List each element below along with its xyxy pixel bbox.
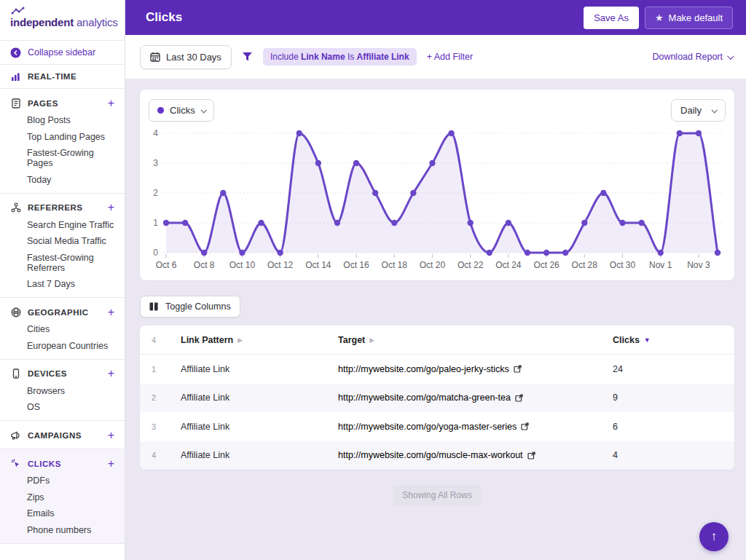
section-label: PAGES [28,99,101,108]
sidebar: independent analytics Collapse sidebar R… [0,0,125,560]
svg-text:Oct 16: Oct 16 [343,260,369,270]
make-default-button[interactable]: ★ Make default [645,7,733,29]
brand-name-bold: independent [10,16,74,28]
sidebar-item[interactable]: Cities [27,324,114,334]
chevron-down-icon [727,52,734,60]
metric-dot-icon [157,107,164,114]
section-header[interactable]: DEVICES + [10,368,114,379]
showing-all-rows-button[interactable]: Showing All Rows [393,485,480,505]
sidebar-item[interactable]: European Countries [27,341,114,351]
column-header-link-pattern[interactable]: Link Pattern ▶ [181,335,338,345]
sidebar-item[interactable]: Fastest-Growing Referrers [27,253,114,273]
download-report-button[interactable]: Download Report [652,52,732,62]
section-items: CitiesEuropean Countries [27,324,114,351]
row-rank: 4 [152,451,181,460]
svg-text:Oct 18: Oct 18 [382,260,408,270]
sidebar-item[interactable]: Browsers [27,386,114,396]
row-target-link[interactable]: http://mywebsite.com/go/yoga-master-seri… [338,422,613,432]
add-report-icon[interactable]: + [108,307,114,318]
sidebar-item[interactable]: Phone numbers [27,525,114,535]
row-target-link[interactable]: http://mywebsite.com/go/matcha-green-tea [338,393,613,403]
collapse-sidebar-button[interactable]: Collapse sidebar [0,41,125,65]
svg-text:1: 1 [153,218,158,228]
target-url: http://mywebsite.com/go/paleo-jerky-stic… [338,364,509,374]
save-as-button[interactable]: Save As [584,7,639,29]
row-target-link[interactable]: http://mywebsite.com/go/muscle-max-worko… [338,450,613,460]
sidebar-section-geographic: GEOGRAPHIC + CitiesEuropean Countries [0,298,125,360]
collapse-circle-icon [10,47,21,58]
filter-funnel-icon[interactable] [242,52,253,62]
page-title: Clicks [146,10,584,25]
sidebar-item[interactable]: Blog Posts [27,115,114,125]
svg-text:Oct 30: Oct 30 [610,260,636,270]
row-target-link[interactable]: http://mywebsite.com/go/paleo-jerky-stic… [338,364,613,374]
sidebar-item-realtime[interactable]: REAL-TIME [0,65,125,89]
section-header[interactable]: PAGES + [10,98,114,109]
sidebar-item[interactable]: Zips [27,492,114,502]
star-icon: ★ [655,13,664,23]
svg-text:Oct 28: Oct 28 [572,260,598,270]
column-label: Target [338,335,365,345]
columns-icon [149,302,159,311]
sidebar-item[interactable]: Search Engine Traffic [27,220,114,230]
table-row: 3 Affiliate Link http://mywebsite.com/go… [140,412,734,441]
sidebar-item[interactable]: Top Landing Pages [27,132,114,142]
row-link-pattern: Affiliate Link [181,393,338,403]
metric-select[interactable]: Clicks [149,99,214,122]
section-header[interactable]: CAMPAIGNS + [10,430,114,441]
interval-select[interactable]: Daily [671,99,726,122]
column-header-target[interactable]: Target ▶ [338,335,613,345]
scroll-to-top-button[interactable]: ↑ [699,522,729,551]
pages-icon [10,98,21,109]
add-report-icon[interactable]: + [108,98,114,109]
section-header[interactable]: REFERRERS + [10,202,114,213]
calendar-icon [150,52,160,62]
row-rank: 3 [152,422,181,431]
svg-text:Nov 1: Nov 1 [649,260,672,270]
sidebar-section-clicks: CLICKS + PDFsZipsEmailsPhone numbers [0,449,125,544]
toggle-columns-button[interactable]: Toggle Columns [140,296,240,318]
sidebar-item[interactable]: OS [27,402,114,412]
campaigns-icon [10,430,21,441]
svg-text:Oct 26: Oct 26 [533,260,560,270]
table-row: 4 Affiliate Link http://mywebsite.com/go… [140,441,734,470]
target-url: http://mywebsite.com/go/matcha-green-tea [338,393,511,403]
sidebar-sections: PAGES + Blog PostsTop Landing PagesFaste… [0,89,125,544]
realtime-bars-icon [10,71,21,82]
add-filter-button[interactable]: + Add Filter [427,52,474,62]
add-report-icon[interactable]: + [108,202,114,213]
add-report-icon[interactable]: + [108,459,114,469]
section-header[interactable]: GEOGRAPHIC + [10,307,114,318]
svg-text:Nov 3: Nov 3 [687,260,710,270]
svg-text:Oct 24: Oct 24 [495,260,522,270]
active-filter-pill[interactable]: Include Link Name Is Affiliate Link [263,48,417,66]
svg-text:Oct 6: Oct 6 [156,260,177,270]
sidebar-item[interactable]: Emails [27,508,114,518]
clicks-line-chart[interactable]: 01234Oct 6Oct 8Oct 10Oct 12Oct 14Oct 16O… [149,125,726,273]
referrers-icon [10,202,21,213]
svg-text:Oct 22: Oct 22 [458,260,484,270]
section-header[interactable]: CLICKS + [10,458,114,469]
sidebar-item[interactable]: Today [27,175,114,185]
chevron-down-icon [200,107,206,113]
sidebar-item[interactable]: Last 7 Days [27,279,114,289]
section-items: BrowsersOS [27,386,114,413]
svg-text:Oct 14: Oct 14 [305,260,331,270]
add-report-icon[interactable]: + [108,368,114,379]
section-items: PDFsZipsEmailsPhone numbers [27,476,114,535]
date-range-button[interactable]: Last 30 Days [140,45,232,69]
brand-logo[interactable]: independent analytics [0,0,125,41]
section-label: DEVICES [28,369,101,378]
svg-text:Oct 12: Oct 12 [267,260,294,270]
svg-text:Oct 8: Oct 8 [194,260,215,270]
target-url: http://mywebsite.com/go/muscle-max-worko… [338,450,523,460]
sidebar-item[interactable]: Fastest-Growing Pages [27,148,114,168]
section-label: GEOGRAPHIC [28,308,101,317]
clicks-table: 4 Link Pattern ▶ Target ▶ Clicks ▼ 1 Aff… [140,326,734,470]
sidebar-item[interactable]: Social Media Traffic [27,236,114,246]
column-header-clicks[interactable]: Clicks ▼ [613,335,723,345]
metric-label: Clicks [170,105,195,116]
add-report-icon[interactable]: + [108,430,114,441]
sidebar-item[interactable]: PDFs [27,476,114,486]
clicks-icon [10,458,21,469]
